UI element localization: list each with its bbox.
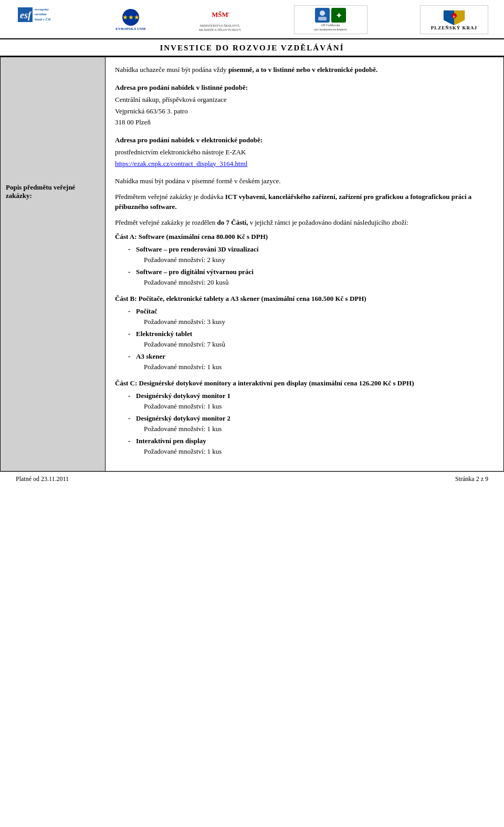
svg-rect-8 <box>318 17 327 20</box>
electronic-url[interactable]: https://ezak.cnpk.cz/contract_display_31… <box>115 160 247 168</box>
svg-text:★★★: ★★★ <box>123 14 139 21</box>
intro-paragraph: Nabídka uchazeče musí být podána vždy pí… <box>115 65 494 75</box>
part-a-item-1: - Software – pro renderování 3D vizualiz… <box>136 244 494 265</box>
right-column: Nabídka uchazeče musí být podána vždy pí… <box>106 57 504 472</box>
address-line3: 318 00 Plzeň <box>115 117 494 128</box>
plzen-logo: P PLZEŇSKÝ KRAJ <box>420 5 488 34</box>
form-notice-text: Nabídka musí být podána v písemné formě … <box>115 177 281 185</box>
svg-point-7 <box>320 11 325 16</box>
part-c-item-2: - Designérský dotykový monitor 2 Požadov… <box>136 413 494 434</box>
footer-page: Stránka 2 z 9 <box>455 475 488 483</box>
parts-intro-before: Předmět veřejné zakázky je rozdělen <box>115 218 217 226</box>
part-a-item2-sub: Požadované množství: 20 kusů <box>144 277 494 288</box>
main-row: Popis předmětu veřejné zakázky: Nabídka … <box>1 57 504 472</box>
footer: Platné od 23.11.2011 Stránka 2 z 9 <box>0 472 504 486</box>
electronic-title: Adresa pro podání nabídek v elektronické… <box>115 135 494 145</box>
esf-icon: esf <box>18 7 33 22</box>
msmt-text: MINISTERSTVO ŠKOLSTVÍ,MLÁDEŽE A TĚLOVÝCH… <box>199 24 242 32</box>
op-icons: ✦ <box>315 8 346 23</box>
op-text: OP Vzdělávánípro konkurenceschopnost <box>314 24 347 31</box>
plzen-label: PLZEŇSKÝ KRAJ <box>431 25 477 30</box>
part-c-item-3: - Interaktivní pen display Požadované mn… <box>136 436 494 456</box>
subject-description: Předmětem veřejné zakázky je dodávka ICT… <box>115 192 494 212</box>
header-logos: esf evropskýsociálnífond v ČR ★★★ EVROPS… <box>0 0 504 39</box>
footer-right: Stránka 2 z 9 <box>455 475 488 483</box>
header-title: INVESTICE DO ROZVOJE VZDĚLÁVÁNÍ <box>0 39 504 57</box>
svg-text:esf: esf <box>20 10 32 20</box>
footer-left: Platné od 23.11.2011 <box>16 475 69 483</box>
parts-intro-after: v jejichž rámci je požadováno dodání nás… <box>248 218 408 226</box>
address-title-text: Adresa pro podání nabídek v listinné pod… <box>115 83 248 91</box>
plzen-crest-svg: P <box>441 9 467 25</box>
form-notice: Nabídka musí být podána v písemné formě … <box>115 176 494 186</box>
msmt-symbol: MŠMT <box>211 7 229 23</box>
part-b-list: - Počítač Požadované množství: 3 kusy - … <box>125 306 494 372</box>
eu-logo: ★★★ EVROPSKÁ UNIE <box>116 9 146 31</box>
electronic-link: https://ezak.cnpk.cz/contract_display_31… <box>115 159 494 169</box>
part-c-item-1: - Designérský dotykový monitor 1 Požadov… <box>136 391 494 411</box>
part-c-item1-sub: Požadované množství: 1 kus <box>144 401 494 412</box>
part-c-item1-label: Designérský dotykový monitor 1 <box>136 392 230 400</box>
part-c-item2-sub: Požadované množství: 1 kus <box>144 424 494 434</box>
svg-text:✦: ✦ <box>335 11 342 20</box>
svg-text:MŠMT: MŠMT <box>212 11 229 18</box>
part-b-item3-label: A3 skener <box>136 352 165 360</box>
part-a-item-2: - Software – pro digitální výtvarnou prá… <box>136 267 494 287</box>
part-b-item-2: - Elektronický tablet Požadované množstv… <box>136 329 494 349</box>
eu-stars-circle: ★★★ <box>122 9 139 26</box>
left-label-line2: zakázky: <box>6 192 32 200</box>
part-c-header: Část C: Designérské dotykové monitory a … <box>115 379 494 388</box>
esf-text: evropskýsociálnífond v ČR <box>35 7 51 22</box>
part-b-header: Část B: Počítače, elektronické tablety a… <box>115 295 494 303</box>
svg-text:P: P <box>453 15 456 19</box>
part-b-item1-label: Počítač <box>136 307 157 315</box>
part-b-header-text: Část B: Počítače, elektronické tablety a… <box>115 295 366 302</box>
left-label: Popis předmětu veřejné zakázky: <box>6 183 100 200</box>
esf-logo: esf evropskýsociálnífond v ČR <box>16 5 63 34</box>
subject-parts-intro: Předmět veřejné zakázky je rozdělen do 7… <box>115 217 494 228</box>
intro-text-bold: písemně, a to v listinné nebo v elektron… <box>228 66 377 74</box>
address-line1: Centrální nákup, příspěvková organizace <box>115 95 494 105</box>
part-c-item3-label: Interaktivní pen display <box>136 437 206 445</box>
intro-text-before: Nabídka uchazeče musí být podána vždy <box>115 66 228 74</box>
part-c-item3-sub: Požadované množství: 1 kus <box>144 446 494 457</box>
op-logo: ✦ OP Vzdělávánípro konkurenceschopnost <box>294 5 368 34</box>
left-label-line1: Popis předmětu veřejné <box>6 183 75 191</box>
part-b-item1-sub: Požadované množství: 3 kusy <box>144 317 494 327</box>
main-table: Popis předmětu veřejné zakázky: Nabídka … <box>0 57 504 472</box>
part-a-item1-label: Software – pro renderování 3D vizualizac… <box>136 245 258 253</box>
eu-label: EVROPSKÁ UNIE <box>116 27 146 31</box>
part-b-item-3: - A3 skener Požadované množství: 1 kus <box>136 351 494 372</box>
part-a-header: Část A: Software (maximální cena 80.000 … <box>115 233 494 241</box>
electronic-line1: prostřednictvím elektronického nástroje … <box>115 147 494 158</box>
part-b-item2-sub: Požadované množství: 7 kusů <box>144 339 494 350</box>
electronic-title-text: Adresa pro podání nabídek v elektronické… <box>115 136 262 144</box>
part-b-item3-sub: Požadované množství: 1 kus <box>144 362 494 372</box>
part-c-header-text: Část C: Designérské dotykové monitory a … <box>115 379 414 387</box>
address-line2: Vejprnická 663/56 3. patro <box>115 106 494 117</box>
part-c-item2-label: Designérský dotykový monitor 2 <box>136 414 230 422</box>
part-a-list: - Software – pro renderování 3D vizualiz… <box>125 244 494 287</box>
part-b-item-1: - Počítač Požadované množství: 3 kusy <box>136 306 494 327</box>
part-a-item1-sub: Požadované množství: 2 kusy <box>144 255 494 265</box>
parts-intro-bold: do 7 Částí, <box>217 218 248 226</box>
part-c-list: - Designérský dotykový monitor 1 Požadov… <box>125 391 494 456</box>
part-a-header-text: Část A: Software (maximální cena 80.000 … <box>115 233 268 240</box>
left-column: Popis předmětu veřejné zakázky: <box>1 57 106 472</box>
part-a-item2-label: Software – pro digitální výtvarnou práci <box>136 268 254 276</box>
subject-intro: Předmětem veřejné zakázky je dodávka <box>115 193 225 201</box>
part-b-item2-label: Elektronický tablet <box>136 330 192 338</box>
address-title: Adresa pro podání nabídek v listinné pod… <box>115 82 494 93</box>
msmt-logo: MŠMT MINISTERSTVO ŠKOLSTVÍ,MLÁDEŽE A TĚL… <box>199 7 242 32</box>
